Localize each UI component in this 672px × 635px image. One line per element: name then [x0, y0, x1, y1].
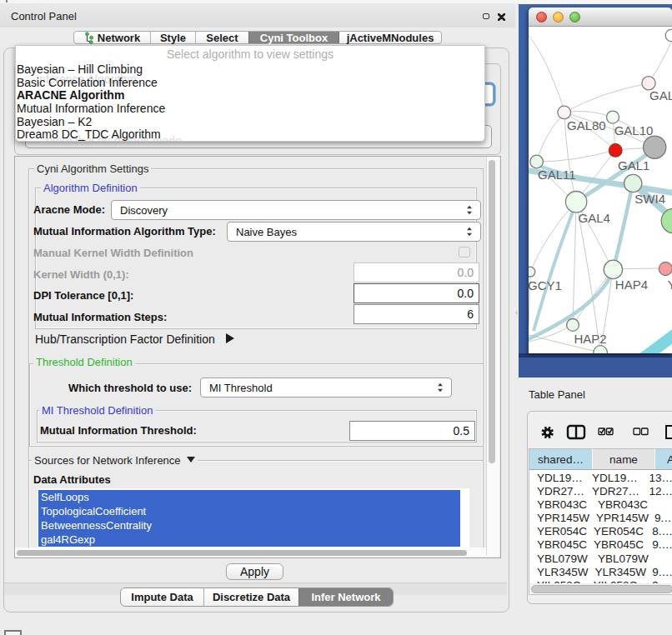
svg-text:HAP2: HAP2: [574, 332, 607, 346]
svg-text:GCY1: GCY1: [529, 278, 562, 292]
svg-text:GAL10: GAL10: [614, 123, 654, 138]
svg-text:GAL11: GAL11: [538, 168, 576, 182]
svg-text:GAL1: GAL1: [618, 158, 649, 172]
svg-text:GAL2: GAL2: [649, 88, 672, 102]
svg-text:Y: Y: [668, 278, 672, 292]
svg-text:HAP4: HAP4: [615, 278, 648, 292]
svg-text:SWI4: SWI4: [634, 192, 665, 206]
svg-text:GAL80: GAL80: [567, 118, 606, 132]
svg-text:GAL4: GAL4: [579, 211, 610, 225]
